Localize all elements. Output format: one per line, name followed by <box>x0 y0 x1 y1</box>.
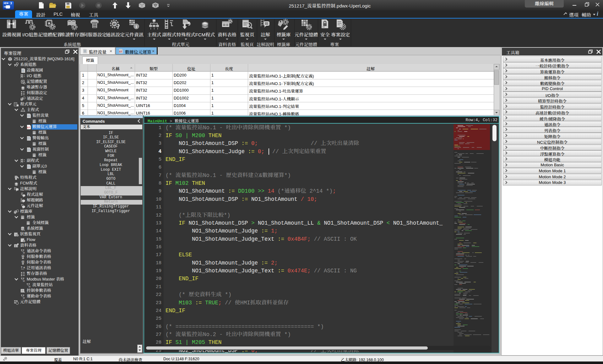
svg-text:M: M <box>22 255 24 257</box>
svg-text:ST: ST <box>27 126 30 129</box>
svg-text:IP: IP <box>113 23 116 26</box>
svg-text:M: M <box>23 252 25 254</box>
svg-text:ST: ST <box>119 50 122 53</box>
svg-text:M: M <box>23 297 25 299</box>
svg-text:i: i <box>136 24 137 29</box>
svg-text:M: M <box>23 280 25 282</box>
svg-text:A: A <box>23 266 25 269</box>
svg-text:M: M <box>29 286 30 288</box>
svg-text:M: M <box>22 261 24 263</box>
